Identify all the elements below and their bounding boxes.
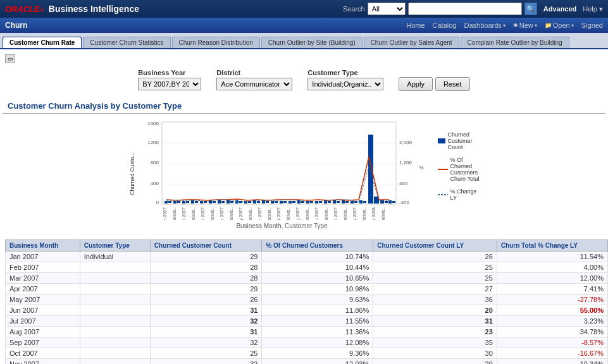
district-select[interactable]: Ace Communicaton bbox=[216, 78, 292, 90]
cell-type bbox=[80, 262, 150, 273]
table-row: Nov 20073212.03%2910.34% bbox=[6, 359, 608, 365]
data-table: Business Month Customer Type Churned Cus… bbox=[5, 240, 608, 364]
cell-change: 11.54% bbox=[497, 252, 607, 262]
search-scope[interactable]: All bbox=[368, 3, 406, 15]
cell-ly-count: 29 bbox=[373, 359, 497, 365]
svg-text:Individ..: Individ.. bbox=[210, 207, 214, 220]
cell-change: -27.78% bbox=[497, 294, 607, 305]
cell-month[interactable]: Oct 2007 bbox=[6, 348, 80, 359]
cell-month[interactable]: Jul 2007 bbox=[6, 316, 80, 327]
tab-customer-churn-rate[interactable]: Customer Churn Rate bbox=[3, 37, 82, 48]
cell-ly-count: 36 bbox=[373, 294, 497, 305]
chart-svg: 0 400 800 1200 1600 -400 400 1,200 2,000… bbox=[137, 119, 428, 220]
cell-ly-count: 25 bbox=[373, 273, 497, 284]
svg-rect-14 bbox=[164, 201, 168, 203]
svg-rect-64 bbox=[388, 200, 392, 203]
col-header-type: Customer Type bbox=[80, 240, 150, 252]
search-button[interactable]: 🔍 bbox=[524, 3, 537, 15]
table-row: May 2007269.63%36-27.78% bbox=[6, 294, 608, 305]
svg-text:Mar 2007: Mar 2007 bbox=[201, 207, 205, 220]
collapse-button[interactable]: ▭ bbox=[5, 54, 15, 63]
tab-churn-outlier-sales[interactable]: Churn Outlier by Sales Agent bbox=[364, 37, 459, 48]
business-year-select[interactable]: BY 2007;BY 20... bbox=[138, 78, 201, 90]
reset-button[interactable]: Reset bbox=[435, 77, 470, 91]
cell-month[interactable]: Aug 2007 bbox=[6, 327, 80, 337]
svg-text:400: 400 bbox=[399, 181, 408, 186]
customer-type-label: Customer Type bbox=[307, 69, 357, 76]
svg-rect-29 bbox=[230, 201, 233, 203]
cell-change: -8.57% bbox=[497, 337, 607, 348]
legend-pct-line bbox=[438, 169, 448, 170]
svg-text:Individ..: Individ.. bbox=[305, 207, 309, 220]
svg-rect-28 bbox=[226, 200, 230, 203]
table-row: Jan 2007Individual2910.74%2611.54% bbox=[6, 252, 608, 262]
svg-rect-36 bbox=[262, 200, 265, 203]
dashboards-dropdown[interactable]: Dashboards▾ bbox=[464, 21, 505, 29]
signed-label: Signed bbox=[581, 21, 603, 29]
svg-rect-17 bbox=[177, 201, 180, 203]
cell-month[interactable]: Jun 2007 bbox=[6, 305, 80, 316]
svg-rect-30 bbox=[235, 200, 239, 203]
open-dropdown[interactable]: 📁 Open▾ bbox=[545, 21, 574, 29]
tab-churn-reason-distribution[interactable]: Churn Reason Distribution bbox=[172, 37, 260, 48]
svg-text:-400: -400 bbox=[399, 200, 410, 205]
svg-rect-56 bbox=[351, 201, 354, 203]
chart-legend: ChurnedCustomerCount % OfChurnedCustomer… bbox=[438, 119, 480, 201]
cell-count: 28 bbox=[150, 262, 262, 273]
cell-ly-count: 30 bbox=[373, 348, 497, 359]
tab-complain-rate[interactable]: Complain Rate Outlier by Building bbox=[461, 37, 569, 48]
cell-month[interactable]: Feb 2007 bbox=[6, 262, 80, 273]
home-link[interactable]: Home bbox=[406, 21, 425, 29]
col-header-pct: % Of Churned Customers bbox=[262, 240, 373, 252]
cell-type[interactable]: Individual bbox=[80, 252, 150, 262]
svg-text:Individ..: Individ.. bbox=[381, 207, 385, 220]
cell-type bbox=[80, 337, 150, 348]
apply-button[interactable]: Apply bbox=[399, 77, 433, 91]
cell-change: 3.23% bbox=[497, 316, 607, 327]
y-axis-left-label: Churned Custo... bbox=[129, 152, 135, 195]
svg-rect-63 bbox=[385, 201, 388, 203]
svg-rect-42 bbox=[288, 201, 292, 203]
svg-rect-54 bbox=[342, 200, 345, 203]
cell-type bbox=[80, 327, 150, 337]
help-link[interactable]: Help ▾ bbox=[583, 5, 603, 13]
svg-rect-55 bbox=[345, 201, 349, 203]
cell-month[interactable]: Jan 2007 bbox=[6, 252, 80, 262]
cell-change: 34.78% bbox=[497, 327, 607, 337]
cell-month[interactable]: Apr 2007 bbox=[6, 284, 80, 294]
svg-rect-51 bbox=[328, 201, 331, 203]
svg-rect-39 bbox=[275, 201, 278, 203]
tab-churn-outlier-site[interactable]: Churn Outlier by Site (Building) bbox=[261, 37, 363, 48]
cell-pct: 12.03% bbox=[262, 359, 373, 365]
col-header-ly-count: Churned Customer Count LY bbox=[373, 240, 497, 252]
search-input[interactable] bbox=[408, 3, 522, 15]
svg-text:%: % bbox=[419, 165, 423, 171]
col-header-count: Churned Customer Count bbox=[150, 240, 262, 252]
svg-rect-25 bbox=[213, 201, 216, 203]
svg-rect-26 bbox=[218, 200, 221, 203]
svg-rect-43 bbox=[292, 201, 295, 203]
cell-type bbox=[80, 294, 150, 305]
cell-month[interactable]: Sep 2007 bbox=[6, 337, 80, 348]
table-row: Jul 20073211.55%313.23% bbox=[6, 316, 608, 327]
svg-rect-45 bbox=[301, 201, 304, 203]
catalog-link[interactable]: Catalog bbox=[433, 21, 457, 29]
svg-text:1600: 1600 bbox=[147, 121, 159, 126]
svg-text:Oct 2007: Oct 2007 bbox=[333, 207, 338, 220]
cell-month[interactable]: May 2007 bbox=[6, 294, 80, 305]
cell-change: 55.00% bbox=[497, 305, 607, 316]
customer-type-select[interactable]: Individual;Organiz... bbox=[307, 78, 383, 90]
cell-pct: 10.65% bbox=[262, 273, 373, 284]
table-row: Sep 20073212.08%35-8.57% bbox=[6, 337, 608, 348]
svg-text:Individ..: Individ.. bbox=[248, 207, 252, 220]
tab-bar: Customer Churn Rate Customer Churn Stati… bbox=[0, 33, 608, 49]
new-dropdown[interactable]: ✱ New▾ bbox=[513, 21, 537, 29]
cell-month[interactable]: Nov 2007 bbox=[6, 359, 80, 365]
tab-customer-churn-statistics[interactable]: Customer Churn Statistics bbox=[83, 37, 170, 48]
advanced-link[interactable]: Advanced bbox=[543, 5, 577, 13]
cell-count: 32 bbox=[150, 337, 262, 348]
svg-text:Jun 2007: Jun 2007 bbox=[257, 207, 262, 220]
svg-rect-41 bbox=[283, 201, 287, 203]
cell-month[interactable]: Mar 2007 bbox=[6, 273, 80, 284]
svg-rect-37 bbox=[266, 201, 269, 203]
